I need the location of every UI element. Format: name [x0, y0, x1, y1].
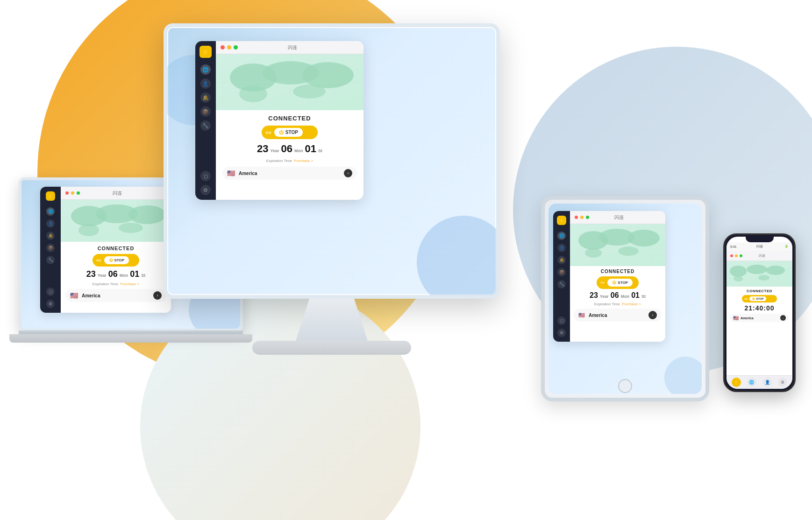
imac-stop-button-wrap[interactable]: << ⏻ STOP [262, 126, 318, 139]
tablet-sidebar-user[interactable]: 👤 [557, 244, 566, 252]
imac-stop-btn[interactable]: ⏻ STOP [274, 128, 303, 137]
phone-location-row[interactable]: 🇺🇸 America › [730, 314, 789, 322]
tablet-sidebar-square[interactable]: ◻ [557, 316, 566, 325]
laptop-sidebar: ⚡ 🌐 👤 🔔 📦 🔧 ◻ ⚙ [40, 187, 61, 313]
tablet-stop-btn[interactable]: ⏻ STOP [607, 279, 633, 287]
imac-power-icon: ⏻ [279, 130, 284, 135]
tablet-mon-label: Mon [621, 294, 630, 299]
laptop-sidebar-box[interactable]: 📦 [46, 244, 55, 252]
laptop-sidebar-logo: ⚡ [46, 191, 55, 201]
phone-title-status: 闪连 [756, 244, 763, 249]
laptop-stop-btn[interactable]: ⏻ STOP [104, 256, 129, 264]
laptop-stop-button-wrap[interactable]: << ⏻ STOP [93, 254, 139, 267]
tablet-stop-button-wrap[interactable]: << ⏻ STOP [597, 276, 639, 289]
tablet-sidebar-globe[interactable]: 🌐 [557, 232, 566, 240]
tablet-expiry-row: Expiration Time Purchase > [594, 302, 641, 306]
phone-nav-globe[interactable]: 🌐 [747, 378, 756, 387]
svg-point-3 [239, 85, 267, 102]
tablet-sidebar-settings[interactable]: ⚙ [557, 329, 566, 337]
laptop-window-title: 闪连 [68, 190, 166, 197]
imac-expiry-label: Expiration Time [266, 159, 292, 163]
phone-power-icon: ⏻ [752, 297, 755, 300]
laptop-stop-label: STOP [114, 258, 125, 262]
imac-arrow-btn[interactable]: › [344, 169, 352, 177]
laptop-arrow-btn[interactable]: › [153, 291, 162, 300]
laptop-chevrons: << [96, 258, 101, 263]
imac-sidebar-box[interactable]: 📦 [200, 106, 211, 117]
svg-point-21 [758, 275, 769, 281]
imac-app-content: 闪连 [216, 41, 363, 200]
laptop-years: 23 [86, 269, 96, 279]
phone-tl-red [730, 254, 733, 257]
laptop-expiry-label: Expiration Time [93, 282, 118, 286]
phone-frame: 9:41 闪连 🔋 闪连 [723, 233, 796, 392]
phone-stop-btn[interactable]: ⏻ STOP [749, 296, 766, 301]
tablet-app-content: 闪连 [570, 211, 665, 342]
laptop-purchase-link[interactable]: Purchase > [120, 282, 139, 286]
tablet-sidebar-tools[interactable]: 🔧 [557, 280, 566, 288]
tablet-purchase-link[interactable]: Purchase > [622, 302, 641, 306]
laptop-sidebar-square[interactable]: ◻ [46, 288, 55, 296]
laptop-flag: 🇺🇸 [70, 292, 78, 299]
tablet-location-row[interactable]: 🇺🇸 America › [574, 309, 662, 322]
imac-purchase-link[interactable]: Purchase > [294, 159, 313, 163]
imac-sidebar-user[interactable]: 👤 [200, 78, 211, 89]
imac-location-name: America [239, 171, 340, 176]
laptop-days: 01 [130, 269, 139, 279]
phone-arrow-btn[interactable]: › [780, 315, 786, 321]
tablet-app-body: CONNECTED << ⏻ STOP 23 Year 06 [570, 266, 665, 324]
svg-point-20 [734, 276, 743, 281]
tablet-home-button[interactable] [618, 379, 632, 393]
imac-connected-label: CONNECTED [268, 115, 311, 122]
tablet-arrow-btn[interactable]: › [648, 311, 657, 319]
imac-time-row: 23 Year 06 Mon 01 St [257, 143, 322, 155]
imac-sidebar-tools[interactable]: 🔧 [200, 120, 211, 131]
app-window-laptop: ⚡ 🌐 👤 🔔 📦 🔧 ◻ ⚙ 闪连 [40, 187, 171, 313]
laptop-power-icon: ⏻ [109, 258, 113, 262]
laptop-sidebar-settings[interactable]: ⚙ [46, 300, 55, 308]
svg-point-11 [119, 223, 143, 233]
imac-sidebar-square[interactable]: ◻ [200, 171, 211, 181]
imac-months: 06 [281, 143, 292, 155]
tablet-map-area [570, 224, 665, 266]
laptop-sidebar-tools[interactable]: 🔧 [46, 256, 55, 264]
phone-nav-user[interactable]: 👤 [762, 378, 772, 387]
phone-window-title: 闪连 [735, 253, 789, 258]
tablet-location-name: America [589, 313, 645, 318]
laptop-sidebar-user[interactable]: 👤 [46, 219, 55, 228]
imac-stand [294, 299, 369, 345]
laptop-location-row[interactable]: 🇺🇸 America › [65, 289, 166, 302]
imac-tl-red [221, 45, 225, 49]
laptop-sidebar-bell[interactable]: 🔔 [46, 232, 55, 240]
phone-stop-label: STOP [756, 297, 763, 300]
svg-point-19 [766, 266, 785, 275]
tablet-sidebar-bell[interactable]: 🔔 [557, 256, 566, 264]
tablet-sidebar: ⚡ 🌐 👤 🔔 📦 🔧 ◻ ⚙ [553, 211, 570, 342]
imac-flag: 🇺🇸 [227, 169, 235, 177]
phone-app: 9:41 闪连 🔋 闪连 [727, 237, 792, 389]
tablet-years: 23 [590, 291, 598, 300]
imac-location-row[interactable]: 🇺🇸 America › [222, 167, 357, 180]
imac-days: 01 [305, 143, 316, 155]
tablet-time-row: 23 Year 06 Mon 01 St [590, 291, 646, 300]
phone-nav-home[interactable]: ⚡ [732, 378, 741, 387]
tablet-day-label: St [641, 294, 646, 299]
tablet-container: ⚡ 🌐 👤 🔔 📦 🔧 ◻ ⚙ 闪连 [541, 196, 719, 401]
laptop-months: 06 [108, 269, 118, 279]
tablet-connected-label: CONNECTED [601, 269, 634, 274]
laptop-sidebar-globe[interactable]: 🌐 [46, 207, 55, 216]
imac-day-label: St [318, 148, 322, 153]
tablet-sidebar-box[interactable]: 📦 [557, 268, 566, 276]
imac-sidebar-settings[interactable]: ⚙ [200, 185, 211, 195]
phone-chevrons: << [744, 297, 748, 301]
phone-nav-settings[interactable]: ⚙ [778, 378, 787, 387]
svg-point-4 [293, 84, 326, 98]
phone-notch [746, 237, 774, 242]
laptop-time-row: 23 Year 06 Mon 01 St [86, 269, 146, 279]
phone-stop-button-wrap[interactable]: << ⏻ STOP [742, 295, 777, 302]
phone-screen: 9:41 闪连 🔋 闪连 [727, 237, 792, 389]
imac-sidebar-globe[interactable]: 🌐 [200, 64, 211, 75]
imac-sidebar: ⚡ 🌐 👤 🔔 📦 🔧 ◻ ⚙ [195, 41, 216, 200]
imac-sidebar-bell[interactable]: 🔔 [200, 92, 211, 103]
laptop-map-area [61, 200, 171, 242]
